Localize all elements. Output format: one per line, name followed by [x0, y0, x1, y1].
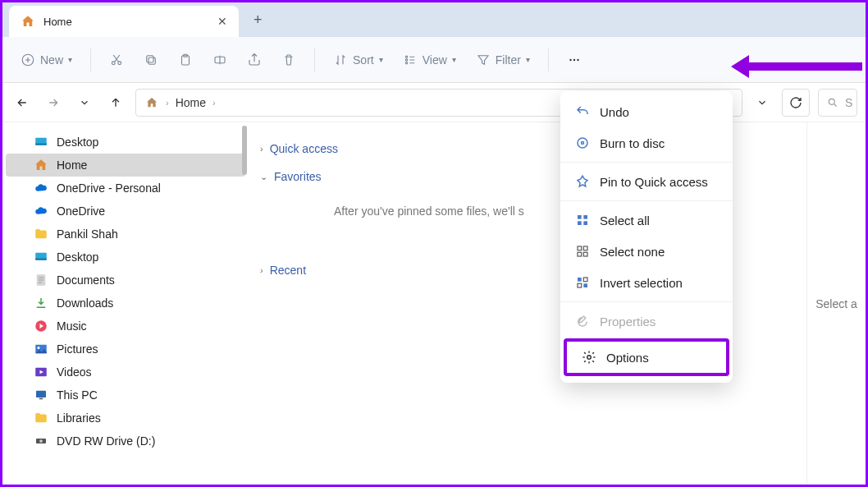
group-label: Quick access [270, 142, 338, 155]
delete-button[interactable] [275, 48, 303, 72]
chevron-icon: › [260, 144, 263, 154]
pictures-icon [34, 342, 48, 356]
delete-icon [281, 53, 296, 67]
chevron-icon: › [260, 265, 263, 275]
menu-item-label: Select all [600, 214, 650, 227]
sort-button[interactable]: Sort ▾ [327, 48, 390, 72]
back-button[interactable] [11, 91, 34, 114]
svg-rect-39 [583, 278, 587, 282]
copy-button[interactable] [137, 48, 165, 72]
new-button[interactable]: New ▾ [14, 48, 79, 72]
scrollbar-thumb[interactable] [242, 126, 247, 175]
sidebar-item-pankil-shah[interactable]: Pankil Shah [2, 223, 249, 246]
sidebar-item-label: DVD RW Drive (D:) [57, 434, 155, 448]
menu-item-label: Undo [600, 105, 629, 119]
svg-point-22 [38, 347, 40, 349]
more-icon [567, 53, 582, 67]
svg-point-13 [577, 58, 578, 60]
onedrive-icon [34, 204, 48, 218]
sidebar-item-onedrive[interactable]: OneDrive [2, 200, 249, 223]
svg-rect-40 [578, 283, 582, 287]
tab-home[interactable]: Home ✕ [9, 6, 239, 37]
share-button[interactable] [240, 48, 268, 72]
cut-button[interactable] [103, 48, 130, 72]
plus-circle-icon [21, 53, 35, 67]
menu-item-invert-selection[interactable]: Invert selection [560, 267, 733, 298]
sidebar: DesktopHomeOneDrive - PersonalOneDrivePa… [2, 122, 249, 485]
breadcrumb-sep-icon: › [166, 98, 169, 108]
rename-button[interactable] [206, 48, 234, 72]
sidebar-item-pictures[interactable]: Pictures [2, 338, 249, 361]
sidebar-item-dvd-rw-drive-d-[interactable]: DVD RW Drive (D:) [2, 430, 249, 453]
view-button[interactable]: View ▾ [396, 48, 463, 72]
svg-point-8 [405, 56, 407, 57]
sidebar-item-label: Desktop [57, 136, 98, 149]
new-tab-button[interactable]: + [254, 11, 263, 29]
sidebar-item-libraries[interactable]: Libraries [2, 407, 249, 430]
svg-rect-16 [35, 144, 47, 145]
sidebar-item-desktop[interactable]: Desktop [2, 246, 249, 269]
svg-rect-37 [583, 252, 587, 256]
svg-rect-32 [578, 221, 582, 225]
sidebar-item-onedrive-personal[interactable]: OneDrive - Personal [2, 177, 249, 200]
menu-item-select-none[interactable]: Select none [560, 236, 733, 267]
sidebar-item-label: Downloads [57, 296, 113, 310]
folder-icon [34, 227, 48, 241]
menu-item-properties: Properties [560, 306, 733, 337]
sidebar-item-music[interactable]: Music [2, 315, 249, 338]
menu-item-burn-to-disc[interactable]: Burn to disc [560, 127, 733, 159]
group-label: Favorites [274, 170, 322, 183]
sidebar-item-videos[interactable]: Videos [2, 361, 249, 384]
music-icon [34, 319, 48, 333]
pc-icon [34, 388, 48, 402]
breadcrumb-segment[interactable]: Home [176, 96, 206, 109]
selectall-icon [575, 213, 590, 227]
menu-item-options[interactable]: Options [564, 338, 729, 376]
sidebar-item-home[interactable]: Home [6, 154, 245, 177]
search-input[interactable]: S [818, 89, 857, 117]
sidebar-item-documents[interactable]: Documents [2, 269, 249, 292]
sidebar-item-label: Libraries [57, 411, 101, 425]
menu-item-label: Properties [600, 315, 656, 328]
desktop-icon [34, 135, 48, 149]
chevron-down-icon: ▾ [452, 55, 456, 64]
sidebar-item-downloads[interactable]: Downloads [2, 292, 249, 315]
divider [314, 48, 315, 71]
sidebar-item-desktop[interactable]: Desktop [2, 131, 249, 154]
selectnone-icon [575, 244, 590, 259]
search-icon [827, 95, 838, 110]
more-dropdown-menu: UndoBurn to discPin to Quick accessSelec… [560, 91, 733, 383]
svg-point-9 [405, 58, 407, 60]
desktop-icon [34, 250, 48, 264]
address-dropdown[interactable] [751, 91, 774, 114]
svg-point-12 [573, 58, 575, 60]
paste-icon [178, 53, 193, 67]
pin-icon [575, 174, 590, 189]
share-icon [247, 53, 262, 67]
close-icon[interactable]: ✕ [217, 15, 227, 28]
svg-point-11 [569, 58, 571, 60]
svg-rect-3 [148, 57, 155, 64]
menu-item-undo[interactable]: Undo [560, 96, 733, 127]
filter-button[interactable]: Filter ▾ [469, 48, 537, 72]
tab-title: Home [43, 16, 209, 28]
copy-icon [144, 53, 158, 67]
folder-icon [34, 411, 48, 425]
more-button[interactable] [560, 48, 588, 72]
paste-button[interactable] [171, 48, 199, 72]
downloads-icon [34, 296, 48, 310]
divider [548, 48, 549, 71]
menu-item-select-all[interactable]: Select all [560, 204, 733, 236]
rename-icon [212, 53, 227, 67]
recent-dropdown[interactable] [73, 91, 96, 114]
svg-rect-24 [36, 391, 46, 397]
menu-separator [560, 301, 733, 302]
svg-rect-38 [578, 278, 582, 282]
up-button[interactable] [104, 91, 127, 114]
refresh-button[interactable] [782, 89, 810, 117]
menu-separator [560, 162, 733, 163]
videos-icon [34, 365, 48, 379]
sidebar-item-this-pc[interactable]: This PC [2, 384, 249, 407]
menu-item-pin-to-quick-access[interactable]: Pin to Quick access [560, 166, 733, 197]
forward-button[interactable] [42, 91, 65, 114]
